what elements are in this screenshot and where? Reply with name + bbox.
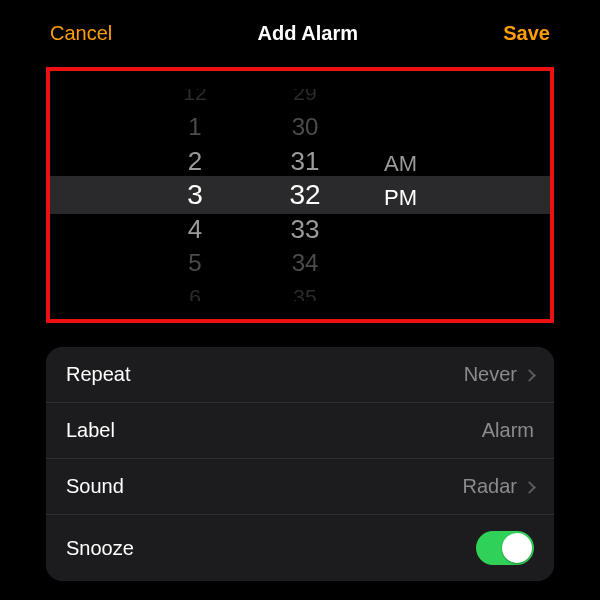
hour-option[interactable]: 4 (188, 212, 202, 246)
header-bar: Cancel Add Alarm Save (28, 10, 572, 61)
repeat-row[interactable]: Repeat Never (46, 347, 554, 403)
toggle-knob (502, 533, 532, 563)
minute-option[interactable]: 35 (293, 280, 316, 301)
repeat-label: Repeat (66, 363, 131, 386)
minute-selected[interactable]: 32 (289, 178, 320, 212)
repeat-value-text: Never (464, 363, 517, 386)
minute-option[interactable]: 30 (292, 110, 319, 144)
minute-option[interactable]: 31 (291, 144, 320, 178)
period-option-am[interactable]: AM (380, 147, 417, 181)
cancel-button[interactable]: Cancel (50, 22, 112, 45)
hour-option[interactable]: 12 (183, 89, 206, 110)
hour-wheel[interactable]: 12 1 2 3 4 5 6 (160, 89, 230, 301)
add-alarm-screen: Cancel Add Alarm Save 12 1 2 3 4 5 6 29 … (20, 0, 580, 600)
snooze-label: Snooze (66, 537, 134, 560)
label-label: Label (66, 419, 115, 442)
time-picker-highlight-box: 12 1 2 3 4 5 6 29 30 31 32 33 34 35 (46, 67, 554, 323)
snooze-toggle[interactable] (476, 531, 534, 565)
chevron-right-icon (523, 481, 536, 494)
minute-option[interactable]: 33 (291, 212, 320, 246)
sound-value: Radar (463, 475, 534, 498)
snooze-row: Snooze (46, 515, 554, 581)
label-row[interactable]: Label Alarm (46, 403, 554, 459)
hour-option[interactable]: 5 (188, 246, 201, 280)
label-value: Alarm (482, 419, 534, 442)
minute-option[interactable]: 29 (293, 89, 316, 110)
repeat-value: Never (464, 363, 534, 386)
hour-selected[interactable]: 3 (187, 178, 203, 212)
sound-row[interactable]: Sound Radar (46, 459, 554, 515)
chevron-right-icon (523, 369, 536, 382)
sound-value-text: Radar (463, 475, 517, 498)
minute-option[interactable]: 34 (292, 246, 319, 280)
label-value-text: Alarm (482, 419, 534, 442)
hour-option[interactable]: 2 (188, 144, 202, 178)
minute-wheel[interactable]: 29 30 31 32 33 34 35 (270, 89, 340, 301)
screen-title: Add Alarm (258, 22, 358, 45)
hour-option[interactable]: 6 (189, 280, 201, 301)
picker-columns: 12 1 2 3 4 5 6 29 30 31 32 33 34 35 (50, 89, 550, 301)
period-wheel[interactable]: AM PM (380, 89, 440, 301)
time-picker[interactable]: 12 1 2 3 4 5 6 29 30 31 32 33 34 35 (50, 89, 550, 301)
save-button[interactable]: Save (503, 22, 550, 45)
hour-option[interactable]: 1 (188, 110, 201, 144)
sound-label: Sound (66, 475, 124, 498)
alarm-settings-list: Repeat Never Label Alarm Sound Radar Sno… (46, 347, 554, 581)
period-selected-pm[interactable]: PM (380, 181, 417, 215)
